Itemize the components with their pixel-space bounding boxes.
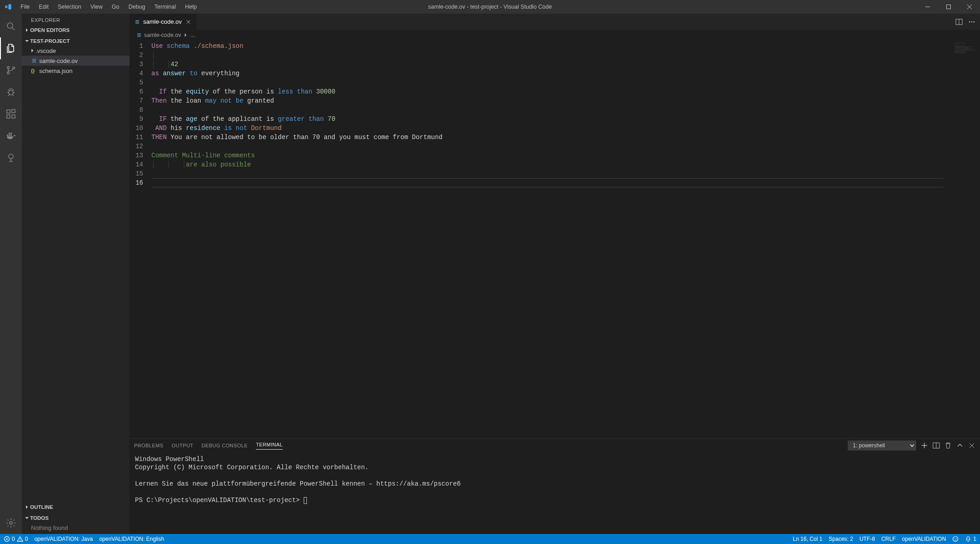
close-button[interactable] bbox=[959, 0, 980, 14]
status-eol[interactable]: CRLF bbox=[881, 536, 896, 542]
chevron-right-icon bbox=[24, 27, 30, 33]
file-samle-code[interactable]: samle-code.ov bbox=[22, 56, 130, 66]
menu-selection[interactable]: Selection bbox=[54, 0, 85, 14]
more-actions-button[interactable] bbox=[968, 18, 975, 26]
panel-tab-problems[interactable]: PROBLEMS bbox=[134, 443, 163, 448]
status-indent[interactable]: Spaces: 2 bbox=[829, 536, 853, 542]
tab-close-button[interactable] bbox=[185, 18, 192, 26]
file-label: samle-code.ov bbox=[39, 57, 78, 64]
status-cursor-position[interactable]: Ln 16, Col 1 bbox=[793, 536, 823, 542]
tab-bar: samle-code.ov bbox=[130, 14, 980, 30]
activity-search[interactable] bbox=[0, 16, 22, 37]
menu-file[interactable]: File bbox=[16, 0, 34, 14]
svg-rect-9 bbox=[12, 109, 15, 113]
activity-bar bbox=[0, 14, 22, 534]
breadcrumb-rest: ... bbox=[190, 32, 195, 38]
svg-rect-7 bbox=[7, 115, 10, 118]
error-icon bbox=[4, 536, 10, 542]
activity-settings[interactable] bbox=[0, 512, 22, 534]
menu-debug[interactable]: Debug bbox=[124, 0, 150, 14]
split-editor-button[interactable] bbox=[955, 18, 963, 26]
menu-go[interactable]: Go bbox=[108, 0, 124, 14]
menu-view[interactable]: View bbox=[86, 0, 107, 14]
maximize-icon bbox=[946, 5, 951, 9]
activity-docker[interactable] bbox=[0, 125, 22, 147]
sidebar-explorer: EXPLORER OPEN EDITORS TEST-PROJECT bbox=[22, 14, 130, 534]
close-panel-button[interactable] bbox=[968, 442, 975, 449]
panel-tabs: PROBLEMSOUTPUTDEBUG CONSOLETERMINAL 1: p… bbox=[130, 439, 980, 452]
menu-terminal[interactable]: Terminal bbox=[150, 0, 180, 14]
terminal-cursor bbox=[304, 497, 307, 504]
sidebar-title: EXPLORER bbox=[22, 14, 130, 25]
status-ov-language[interactable]: openVALIDATION: English bbox=[99, 536, 164, 542]
svg-point-20 bbox=[954, 538, 955, 539]
close-icon bbox=[968, 442, 975, 449]
split-terminal-button[interactable] bbox=[933, 442, 940, 449]
main-area: EXPLORER OPEN EDITORS TEST-PROJECT bbox=[0, 14, 980, 534]
extensions-icon bbox=[5, 109, 16, 119]
svg-point-1 bbox=[7, 23, 13, 28]
activity-explorer[interactable] bbox=[0, 37, 22, 59]
todos-empty: Nothing found bbox=[22, 523, 130, 533]
svg-text:{}: {} bbox=[31, 68, 35, 73]
activity-extensions[interactable] bbox=[0, 103, 22, 125]
bottom-panel: PROBLEMSOUTPUTDEBUG CONSOLETERMINAL 1: p… bbox=[130, 438, 980, 534]
editor-body[interactable]: 12345678910111213141516 Use schema ./sch… bbox=[130, 41, 980, 438]
maximize-panel-button[interactable] bbox=[956, 442, 964, 449]
section-open-editors[interactable]: OPEN EDITORS bbox=[22, 25, 130, 36]
vscode-icon bbox=[5, 3, 12, 10]
svg-point-3 bbox=[7, 72, 10, 74]
notification-count: 1 bbox=[973, 536, 976, 542]
smiley-icon bbox=[952, 536, 959, 542]
section-todos[interactable]: TODOS Nothing found bbox=[22, 513, 130, 534]
bug-icon bbox=[5, 87, 16, 98]
docker-icon bbox=[5, 130, 16, 141]
status-encoding[interactable]: UTF-8 bbox=[860, 536, 875, 542]
trash-icon bbox=[944, 442, 952, 449]
status-notifications[interactable]: 1 bbox=[965, 536, 976, 542]
file-schema-json[interactable]: {} schema.json bbox=[22, 66, 130, 76]
kill-terminal-button[interactable] bbox=[944, 442, 952, 449]
maximize-button[interactable] bbox=[938, 0, 959, 14]
svg-rect-6 bbox=[7, 110, 10, 113]
breadcrumbs[interactable]: samle-code.ov ... bbox=[130, 30, 980, 41]
minimap[interactable]: Use schema ./schema.json│ │ │42as answer… bbox=[953, 41, 980, 438]
svg-point-21 bbox=[956, 538, 957, 539]
project-label: TEST-PROJECT bbox=[30, 38, 70, 44]
tab-samle-code[interactable]: samle-code.ov bbox=[130, 14, 197, 30]
file-icon bbox=[29, 57, 39, 64]
window-controls bbox=[917, 0, 980, 14]
menu-edit[interactable]: Edit bbox=[35, 0, 53, 14]
activity-debug[interactable] bbox=[0, 81, 22, 103]
status-feedback[interactable] bbox=[952, 536, 959, 542]
activity-scm[interactable] bbox=[0, 59, 22, 81]
file-icon bbox=[134, 19, 140, 25]
svg-point-11 bbox=[10, 522, 12, 524]
outline-label: OUTLINE bbox=[30, 504, 53, 510]
search-icon bbox=[5, 21, 16, 32]
panel-tab-terminal[interactable]: TERMINAL bbox=[256, 442, 283, 450]
minimize-icon bbox=[925, 5, 930, 9]
status-problems[interactable]: 0 0 bbox=[4, 536, 28, 542]
file-label: schema.json bbox=[39, 67, 73, 74]
new-terminal-button[interactable] bbox=[921, 442, 928, 449]
status-ov-java[interactable]: openVALIDATION: Java bbox=[34, 536, 93, 542]
activity-openvalidation[interactable] bbox=[0, 147, 22, 169]
plus-icon bbox=[921, 442, 928, 449]
menu-help[interactable]: Help bbox=[181, 0, 201, 14]
minimize-button[interactable] bbox=[917, 0, 938, 14]
section-outline[interactable]: OUTLINE bbox=[22, 502, 130, 513]
section-project[interactable]: TEST-PROJECT .vscode samle-code.ov bbox=[22, 36, 130, 77]
close-icon bbox=[967, 5, 972, 9]
chevron-right-icon bbox=[183, 32, 188, 38]
terminal-body[interactable]: Windows PowerShell Copyright (C) Microso… bbox=[130, 452, 980, 534]
panel-tab-debug-console[interactable]: DEBUG CONSOLE bbox=[202, 443, 248, 448]
status-language-mode[interactable]: openVALIDATION bbox=[902, 536, 946, 542]
tab-label: samle-code.ov bbox=[143, 18, 182, 25]
code-area[interactable]: Use schema ./schema.json│ │ │42as answer… bbox=[151, 41, 953, 438]
warning-count: 0 bbox=[25, 536, 28, 542]
panel-tab-output[interactable]: OUTPUT bbox=[171, 443, 193, 448]
tree-icon bbox=[5, 152, 16, 163]
folder-vscode[interactable]: .vscode bbox=[22, 46, 130, 56]
terminal-select[interactable]: 1: powershell bbox=[848, 440, 916, 451]
